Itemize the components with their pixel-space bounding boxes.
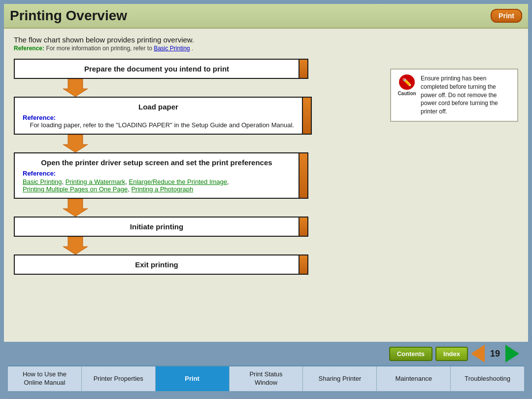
step2-box: Load paper Reference: For loading paper,… — [14, 97, 303, 135]
flowchart-column: Prepare the document you intend to print — [14, 59, 380, 275]
step1-box-wrapper: Prepare the document you intend to print — [14, 59, 308, 79]
caution-box: ✏️ Caution Ensure printing has been comp… — [390, 69, 518, 122]
link-multiple[interactable]: Printing Multiple Pages on One Page — [23, 185, 128, 193]
header: Printing Overview Print — [4, 4, 528, 29]
step4-title: Initiate printing — [23, 222, 291, 231]
next-page-button[interactable] — [505, 345, 519, 363]
svg-marker-0 — [63, 79, 88, 97]
step4-tab — [299, 217, 308, 237]
header-badge: Print — [491, 9, 522, 23]
intro-text: The flow chart shown below provides prin… — [14, 36, 518, 44]
step3-tab — [299, 152, 308, 199]
tab-label-print-status-window: Print Status Window — [249, 370, 282, 387]
tab-label-troubleshooting: Troubleshooting — [465, 375, 510, 383]
prev-page-button[interactable] — [471, 345, 485, 363]
page-controls: Contents Index 19 — [8, 345, 524, 363]
arrow-2 — [63, 135, 380, 152]
step2-content: Reference: For loading paper, refer to t… — [23, 114, 294, 129]
flow-step-2: Load paper Reference: For loading paper,… — [14, 97, 380, 135]
tab-maintenance[interactable]: Maintenance — [377, 366, 451, 391]
step3-ref-label: Reference: — [23, 170, 56, 177]
svg-marker-3 — [63, 237, 88, 254]
caution-image: ✏️ — [399, 74, 415, 90]
ref-label: Reference: — [14, 45, 44, 52]
tab-label-how-to-use: How to Use the Online Manual — [23, 370, 66, 387]
tab-how-to-use[interactable]: How to Use the Online Manual — [8, 366, 82, 391]
step2-ref-label: Reference: — [23, 114, 56, 121]
step1-box: Prepare the document you intend to print — [14, 59, 299, 79]
tab-troubleshooting[interactable]: Troubleshooting — [451, 366, 524, 391]
tab-bar: How to Use the Online ManualPrinter Prop… — [8, 365, 524, 391]
tab-print-status-window[interactable]: Print Status Window — [230, 366, 303, 391]
step5-box: Exit printing — [14, 254, 299, 275]
arrow-3 — [63, 199, 380, 217]
step2-box-wrapper: Load paper Reference: For loading paper,… — [14, 97, 312, 135]
step5-title: Exit printing — [23, 260, 291, 269]
flow-step-4: Initiate printing — [14, 217, 380, 237]
link-basic-printing[interactable]: Basic Printing — [23, 178, 62, 185]
step2-tab — [303, 97, 312, 135]
step5-tab — [299, 254, 308, 275]
tab-label-maintenance: Maintenance — [396, 375, 432, 383]
caution-icon: ✏️ Caution — [397, 74, 417, 96]
basic-printing-link[interactable]: Basic Printing — [154, 45, 190, 52]
page-number: 19 — [488, 349, 502, 359]
step5-box-wrapper: Exit printing — [14, 254, 308, 275]
step4-box: Initiate printing — [14, 217, 299, 237]
caution-pencil-icon: ✏️ — [402, 77, 412, 87]
step2-ref-text: For loading paper, refer to the "LOADING… — [30, 121, 294, 129]
ref-suffix: . — [192, 45, 193, 52]
step3-content: Reference: Basic Printing, Printing a Wa… — [23, 170, 291, 193]
flow-step-1: Prepare the document you intend to print — [14, 59, 380, 79]
link-enlarge[interactable]: Enlarge/Reduce the Printed Image — [129, 178, 227, 185]
ref-text: For more information on printing, refer … — [46, 45, 154, 52]
caution-text: Ensure printing has been completed befor… — [421, 74, 511, 116]
step3-links: Basic Printing, Printing a Watermark, En… — [23, 178, 291, 193]
page-title: Printing Overview — [10, 8, 127, 24]
step4-box-wrapper: Initiate printing — [14, 217, 308, 237]
tab-print[interactable]: Print — [156, 366, 230, 391]
link-photograph[interactable]: Printing a Photograph — [131, 185, 193, 193]
arrow-1 — [63, 79, 380, 97]
tab-printer-properties[interactable]: Printer Properties — [82, 366, 156, 391]
link-watermark[interactable]: Printing a Watermark — [66, 178, 126, 185]
flow-step-3: Open the printer driver setup screen and… — [14, 152, 380, 199]
reference-line: Reference: For more information on print… — [14, 45, 518, 52]
content-row: Prepare the document you intend to print — [14, 59, 518, 275]
flow-step-5: Exit printing — [14, 254, 380, 275]
step3-box-wrapper: Open the printer driver setup screen and… — [14, 152, 308, 199]
tab-label-print: Print — [185, 375, 200, 383]
step3-title: Open the printer driver setup screen and… — [23, 158, 291, 167]
arrow-4 — [63, 237, 380, 254]
main-content: The flow chart shown below provides prin… — [4, 29, 528, 342]
svg-marker-2 — [63, 199, 88, 217]
bottom-nav: Contents Index 19 How to Use the Online … — [4, 342, 528, 395]
inner-container: Printing Overview Print The flow chart s… — [4, 4, 528, 395]
tab-label-sharing-printer: Sharing Printer — [319, 375, 362, 383]
tab-label-printer-properties: Printer Properties — [94, 375, 143, 383]
step2-title: Load paper — [23, 103, 294, 111]
tab-sharing-printer[interactable]: Sharing Printer — [303, 366, 377, 391]
contents-button[interactable]: Contents — [389, 347, 432, 361]
step1-tab — [299, 59, 308, 79]
outer-container: Printing Overview Print The flow chart s… — [0, 0, 532, 399]
caution-label: Caution — [398, 91, 416, 96]
step3-box: Open the printer driver setup screen and… — [14, 152, 299, 199]
index-button[interactable]: Index — [435, 347, 468, 361]
svg-marker-1 — [63, 135, 88, 152]
step1-title: Prepare the document you intend to print — [23, 65, 291, 73]
